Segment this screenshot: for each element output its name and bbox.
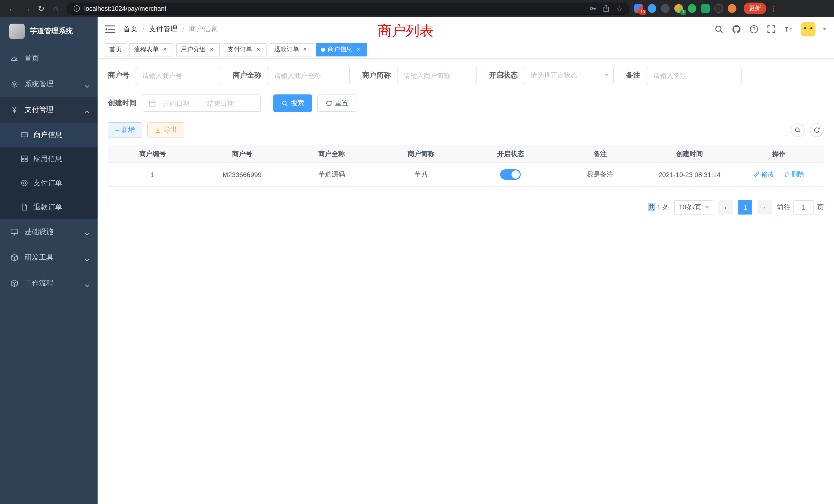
sidebar-item-home[interactable]: 首页	[0, 46, 97, 71]
filter-create-time: 创建时间 -	[108, 94, 261, 112]
pin-extension-icon[interactable]	[714, 4, 723, 13]
font-size-icon[interactable]: TT	[784, 24, 794, 34]
tab-merchant-info[interactable]: 商户信息 ×	[316, 43, 367, 56]
avatar-extension-icon[interactable]	[728, 4, 737, 13]
topbar: 首页 / 支付管理 / 商户信息 商户列表	[97, 17, 834, 41]
goto-page: 前往 页	[777, 200, 824, 214]
goto-page-input[interactable]	[793, 200, 814, 214]
sidebar-item-app-info[interactable]: 应用信息	[0, 147, 97, 171]
col-header-created: 创建时间	[645, 145, 734, 162]
close-icon[interactable]: ×	[355, 46, 362, 53]
target-icon	[21, 179, 28, 187]
refresh-icon	[326, 100, 332, 107]
end-date-input[interactable]	[200, 99, 241, 107]
trash-icon	[784, 171, 790, 178]
filter-row-1: 商户号 商户全称 商户简称 开启状态 请选择开启状态	[108, 67, 824, 84]
sidebar-item-workflow[interactable]: 工作流程	[0, 271, 97, 296]
breadcrumb-separator: /	[142, 25, 144, 33]
search-button[interactable]: 搜索	[273, 94, 312, 112]
sidebar-fold-icon[interactable]	[105, 25, 115, 33]
box-icon	[10, 254, 19, 262]
status-select[interactable]: 请选择开启状态	[524, 67, 614, 84]
profile-extension-icon[interactable]: 1	[674, 4, 683, 13]
reset-button[interactable]: 重置	[317, 94, 356, 112]
tab-process-form[interactable]: 流程表单 ×	[129, 43, 173, 56]
merchant-short-name-input[interactable]	[397, 67, 477, 84]
github-icon[interactable]	[731, 24, 742, 34]
app-logo[interactable]: 芋道管理系统	[0, 17, 97, 46]
close-icon[interactable]: ×	[208, 46, 215, 53]
page-number-1[interactable]: 1	[738, 200, 752, 214]
export-button[interactable]: 导出	[147, 122, 184, 138]
tab-pay-order[interactable]: 支付订单 ×	[223, 43, 266, 56]
extension-icon[interactable]	[648, 4, 656, 13]
search-icon	[794, 127, 801, 133]
status-toggle[interactable]	[500, 169, 521, 180]
browser-back-button[interactable]: ←	[5, 1, 20, 16]
app: 芋道管理系统 首页 系统管理	[0, 17, 834, 504]
user-avatar[interactable]	[801, 22, 815, 36]
sidebar-item-infra[interactable]: 基础设施	[0, 219, 97, 245]
close-icon[interactable]: ×	[255, 46, 262, 53]
breadcrumb-payment[interactable]: 支付管理	[149, 24, 178, 33]
show-search-toggle-button[interactable]	[791, 123, 805, 137]
extension-icon[interactable]	[688, 4, 696, 13]
extension-icon[interactable]	[661, 4, 670, 13]
user-menu-caret-icon[interactable]	[823, 28, 827, 30]
password-key-icon[interactable]	[589, 4, 597, 13]
refresh-icon	[813, 127, 820, 133]
share-icon[interactable]	[602, 4, 610, 13]
svg-text:T: T	[790, 28, 792, 32]
tags-view-bar: 首页 流程表单 × 用户分组 × 支付订单 × 退款订单 ×	[97, 41, 834, 59]
browser-menu-icon[interactable]: ⋮	[769, 4, 777, 13]
next-page-button[interactable]: ›	[758, 200, 772, 214]
plus-icon: +	[115, 126, 119, 134]
cell-status	[466, 162, 555, 187]
date-range-picker[interactable]: -	[143, 94, 261, 112]
add-button[interactable]: + 新增	[108, 122, 142, 138]
browser-forward-button[interactable]: →	[20, 1, 34, 16]
chevron-down-icon	[85, 281, 89, 285]
sidebar-item-merchant-info[interactable]: 商户信息	[0, 123, 97, 147]
prev-page-button[interactable]: ‹	[719, 200, 733, 214]
remark-input[interactable]	[646, 67, 742, 84]
edit-link[interactable]: 修改	[753, 170, 774, 179]
breadcrumb-home[interactable]: 首页	[123, 24, 138, 33]
close-icon[interactable]: ×	[161, 46, 169, 53]
tab-refund-order[interactable]: 退款订单 ×	[270, 43, 313, 56]
col-header-actions: 操作	[734, 145, 824, 162]
start-date-input[interactable]	[156, 99, 196, 107]
merchant-full-name-input[interactable]	[267, 67, 350, 84]
sidebar-item-pay-order[interactable]: 支付订单	[0, 171, 97, 195]
merchant-no-input[interactable]	[136, 67, 220, 84]
help-icon[interactable]	[749, 24, 759, 34]
sidebar-item-refund-order[interactable]: 退款订单	[0, 195, 97, 219]
fullscreen-icon[interactable]	[766, 24, 776, 34]
dashboard-icon	[10, 54, 19, 63]
delete-link[interactable]: 删除	[784, 170, 805, 179]
extension-icon[interactable]: 10	[634, 4, 643, 13]
filter-row-2: 创建时间 - 搜索 重置	[108, 94, 824, 112]
url-text[interactable]: localhost:1024/pay/merchant	[84, 5, 584, 12]
tab-home[interactable]: 首页	[105, 43, 126, 56]
sidebar-item-payment[interactable]: 支付管理	[0, 97, 97, 123]
main-area: 首页 / 支付管理 / 商户信息 商户列表	[97, 17, 834, 504]
address-bar[interactable]: localhost:1024/pay/merchant ☆	[67, 2, 629, 15]
site-info-icon[interactable]	[72, 4, 81, 13]
page-size-select[interactable]: 10条/页	[674, 200, 713, 214]
cell-id: 1	[108, 162, 197, 187]
sidebar-item-system[interactable]: 系统管理	[0, 71, 97, 97]
sidebar-item-dev-tools[interactable]: 研发工具	[0, 245, 97, 271]
cell-merchant-no: M233666999	[197, 162, 287, 187]
browser-update-button[interactable]: 更新	[744, 3, 766, 14]
browser-home-button[interactable]: ⌂	[48, 1, 63, 16]
close-icon[interactable]: ×	[302, 46, 309, 53]
extension-icon[interactable]	[701, 4, 710, 13]
browser-reload-button[interactable]: ↻	[34, 1, 48, 16]
search-icon[interactable]	[714, 24, 724, 34]
pagination: 共 1 条 10条/页 ‹ 1 › 前往 页	[108, 200, 824, 214]
cell-full-name: 芋道源码	[287, 162, 376, 187]
tab-user-group[interactable]: 用户分组 ×	[176, 43, 220, 56]
refresh-table-button[interactable]	[810, 123, 824, 137]
bookmark-star-icon[interactable]: ☆	[615, 4, 623, 13]
